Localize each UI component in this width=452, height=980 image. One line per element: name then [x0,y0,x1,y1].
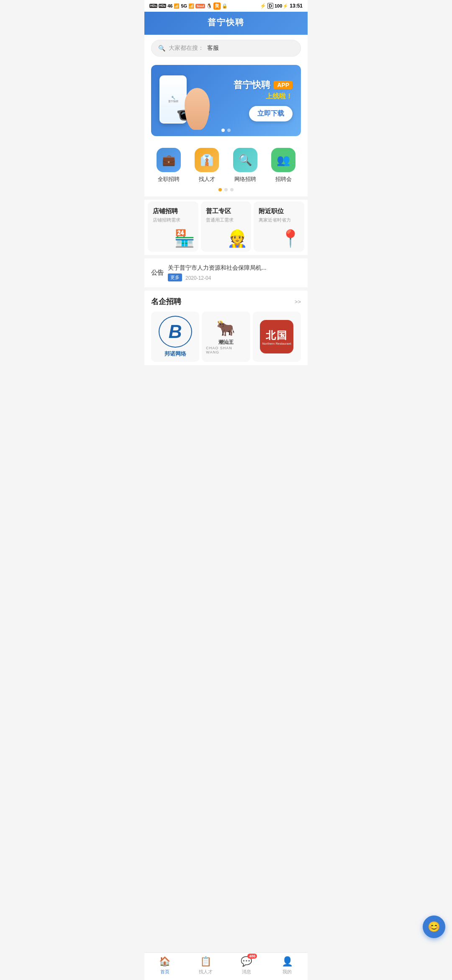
soul-badge: Soul [195,4,205,8]
tie-icon: 👔 [200,154,213,167]
north-cn-text: 北国 [266,329,288,342]
banner-subtitle: 上线啦！ [218,92,293,101]
hd1-badge: HD₁ [149,4,157,8]
search-placeholder: 大家都在搜： [169,44,204,52]
banner-right: 普宁快聘 APP 上线啦！ 立即下载 [210,80,293,121]
talent-label: 找人才 [199,175,215,183]
online-icon: 🔍 [233,148,257,172]
fair-label: 招聘会 [275,175,292,183]
qq-icon: 🐧 [206,3,212,9]
worker-title: 普工专区 [206,207,231,215]
notice-section: 公告 关于普宁市人力资源和社会保障局机... 更多 2020-12-04 [144,258,308,287]
subcategory-section: 店铺招聘 店铺招聘需求 🏪 普工专区 普通用工需求 👷 附近职位 离家近省时省力… [144,200,308,255]
search-keyword: 客服 [207,44,219,52]
companies-header: 名企招聘 >> [151,297,301,307]
nearby-desc: 离家近省时省力 [259,217,291,223]
category-fair[interactable]: 👥 招聘会 [266,148,301,183]
banner[interactable]: 🔧 普宁快聘 🕶️ 普宁快聘 APP 上线啦！ 立即下载 [151,65,301,136]
nfc-icon: D [267,3,273,9]
companies-title: 名企招聘 [151,297,181,307]
banner-dot-1[interactable] [221,129,225,132]
status-right: ⚡ D 100 ⚡ 13:51 [260,3,303,9]
vpn-icon: 🔒 [222,3,228,9]
shop-desc: 店铺招聘需求 [153,217,180,223]
battery-indicator: 100 ⚡ [275,3,288,9]
app-header: 普宁快聘 [144,12,308,35]
banner-app-badge: APP [274,81,293,89]
banner-download-button[interactable]: 立即下载 [249,106,293,121]
category-pagination [151,183,301,193]
subcategory-worker[interactable]: 普工专区 普通用工需求 👷 [201,201,252,252]
subcategory-grid: 店铺招聘 店铺招聘需求 🏪 普工专区 普通用工需求 👷 附近职位 离家近省时省力… [148,201,304,252]
signal-bars: 📶 [174,3,180,9]
magnify-icon: 🔍 [239,154,252,167]
app-title: 普宁快聘 [151,17,301,28]
notice-text: 关于普宁市人力资源和社会保障局机... [168,264,301,272]
hd2-badge: HD₂ [159,4,167,8]
cat-dot-3[interactable] [230,188,234,191]
battery-level: 100 [275,3,282,8]
bluetooth-icon: ⚡ [260,3,266,9]
bangno-b-letter: B [169,322,182,341]
fair-icon: 👥 [271,148,295,172]
bangno-name: 邦诺网络 [164,350,186,358]
category-section: 💼 全职招聘 👔 找人才 🔍 网络招聘 👥 招聘会 [144,139,308,196]
company-chaoshanwang[interactable]: 🐂 潮汕王 CHAO SHAN WANG [202,312,250,362]
online-label: 网络招聘 [234,175,256,183]
banner-dot-2[interactable] [227,129,231,132]
companies-more-btn[interactable]: >> [295,299,301,305]
category-grid: 💼 全职招聘 👔 找人才 🔍 网络招聘 👥 招聘会 [151,148,301,183]
chaoshanwang-name: 潮汕王 [218,339,234,346]
beauty-icon: 美 [213,3,221,10]
banner-app-name: 普宁快聘 [234,80,270,90]
bull-emoji: 🐂 [216,320,235,337]
banner-left: 🔧 普宁快聘 🕶️ [159,71,210,130]
signal-bars2: 📶 [188,3,194,9]
group-icon: 👥 [277,154,290,167]
notice-more-tag[interactable]: 更多 [168,273,182,281]
search-bar[interactable]: 🔍 大家都在搜： 客服 [151,40,301,57]
banner-section: 🔧 普宁快聘 🕶️ 普宁快聘 APP 上线啦！ 立即下载 [144,62,308,139]
network-5g: 5G [181,3,187,8]
nearby-title: 附近职位 [259,207,284,215]
notice-content[interactable]: 关于普宁市人力资源和社会保障局机... 更多 2020-12-04 [168,264,301,281]
clock: 13:51 [290,3,303,9]
cat-dot-2[interactable] [224,188,228,191]
chaoshanwang-pinyin: CHAO SHAN WANG [206,346,246,354]
company-bangno[interactable]: B 邦诺网络 [151,312,199,362]
notice-date: 2020-12-04 [185,275,211,281]
battery-symbol: ⚡ [282,3,288,9]
nearby-icon: 📍 [280,229,301,248]
north-en-text: Northern Restaurant [262,342,291,345]
shop-icon: 🏪 [174,229,195,248]
briefcase-icon: 💼 [162,154,175,167]
companies-grid: B 邦诺网络 🐂 潮汕王 CHAO SHAN WANG 北国 Northern … [151,312,301,362]
search-section: 🔍 大家都在搜： 客服 [144,35,308,62]
shop-title: 店铺招聘 [153,207,178,215]
category-talent[interactable]: 👔 找人才 [190,148,225,183]
status-bar: HD₁ HD₂ 46 📶 5G 📶 Soul 🐧 美 🔒 ⚡ D 100 ⚡ 1… [144,0,308,12]
fulltime-icon: 💼 [157,148,181,172]
notice-tag: 公告 [151,269,164,277]
banner-pagination [221,129,231,132]
company-north[interactable]: 北国 Northern Restaurant [253,312,301,362]
subcategory-nearby[interactable]: 附近职位 离家近省时省力 📍 [254,201,304,252]
category-online[interactable]: 🔍 网络招聘 [228,148,263,183]
talent-icon: 👔 [195,148,219,172]
category-fulltime[interactable]: 💼 全职招聘 [151,148,186,183]
worker-icon: 👷 [227,229,248,248]
companies-section: 名企招聘 >> B 邦诺网络 🐂 潮汕王 CHAO SHAN WANG [144,291,308,365]
cat-dot-1[interactable] [218,188,222,191]
subcategory-shop[interactable]: 店铺招聘 店铺招聘需求 🏪 [148,201,198,252]
status-left: HD₁ HD₂ 46 📶 5G 📶 Soul 🐧 美 🔒 [149,3,228,10]
network-4g: 46 [167,3,172,8]
search-icon: 🔍 [158,45,165,52]
worker-desc: 普通用工需求 [206,217,234,223]
fulltime-label: 全职招聘 [158,175,180,183]
